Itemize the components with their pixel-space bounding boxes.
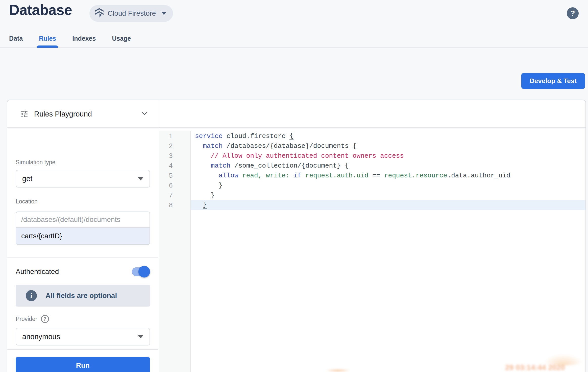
simulation-type-select[interactable]: get bbox=[16, 170, 150, 188]
run-button[interactable]: Run bbox=[16, 357, 150, 372]
gutter bbox=[159, 210, 191, 372]
code-text: service cloud.firestore { bbox=[191, 131, 585, 141]
tab-indexes[interactable]: Indexes bbox=[72, 30, 96, 47]
tab-label: Usage bbox=[112, 35, 131, 42]
code-token: read, write: bbox=[242, 172, 293, 179]
rules-playground-body: Simulation type get Location /databases/… bbox=[7, 128, 158, 372]
code-line-6[interactable]: 6 } bbox=[159, 180, 585, 190]
location-value: carts/{cartID} bbox=[21, 232, 62, 240]
tab-bar: DataRulesIndexesUsage bbox=[0, 30, 588, 48]
simulation-type-value: get bbox=[22, 175, 32, 183]
dropdown-caret-icon bbox=[138, 335, 143, 338]
tab-data[interactable]: Data bbox=[9, 30, 23, 47]
info-banner-text: All fields are optional bbox=[45, 292, 117, 300]
code-line-7[interactable]: 7 } bbox=[159, 190, 585, 200]
provider-help-icon[interactable]: ? bbox=[41, 315, 49, 323]
active-tab-indicator bbox=[37, 45, 58, 48]
page-title: Database bbox=[9, 2, 72, 18]
code-token bbox=[195, 201, 203, 209]
tune-icon bbox=[20, 110, 29, 118]
toggle-knob bbox=[138, 266, 150, 277]
question-mark-icon: ? bbox=[571, 9, 575, 17]
info-banner: i All fields are optional bbox=[16, 285, 150, 307]
line-number: 3 bbox=[159, 151, 191, 161]
tab-label: Rules bbox=[39, 35, 56, 42]
authenticated-label: Authenticated bbox=[16, 268, 59, 276]
authenticated-toggle[interactable] bbox=[132, 266, 150, 277]
develop-test-button[interactable]: Develop & Test bbox=[521, 73, 585, 89]
authenticated-row: Authenticated bbox=[16, 266, 150, 277]
code-token: cloud.firestore bbox=[223, 132, 289, 140]
provider-select[interactable]: anonymous bbox=[16, 328, 150, 345]
code-token: /some_collection/{document} { bbox=[230, 162, 349, 170]
location-label: Location bbox=[16, 198, 38, 205]
rules-playground-title: Rules Playground bbox=[34, 110, 140, 118]
code-text: allow read, write: if request.auth.uid =… bbox=[191, 171, 585, 180]
line-number: 1 bbox=[159, 131, 191, 141]
location-box: /databases/(default)/documents carts/{ca… bbox=[16, 212, 150, 245]
code-token: // Allow only authenticated content owne… bbox=[195, 152, 404, 160]
code-token: } bbox=[195, 192, 215, 199]
simulation-type-label: Simulation type bbox=[16, 159, 55, 166]
line-number: 4 bbox=[159, 161, 191, 171]
tab-label: Data bbox=[9, 35, 23, 42]
rules-playground-panel: Rules Playground Simulation type get Loc… bbox=[7, 100, 158, 372]
code-token: /databases/{database}/documents { bbox=[223, 142, 357, 150]
collapse-chevron-icon[interactable] bbox=[140, 109, 149, 119]
code-token: request.auth.uid bbox=[305, 172, 369, 179]
provider-label: Provider bbox=[16, 316, 37, 322]
code-token: { bbox=[289, 132, 293, 140]
line-number: 7 bbox=[159, 190, 191, 200]
code-token: service bbox=[195, 132, 223, 140]
code-line-2[interactable]: 2 match /databases/{database}/documents … bbox=[159, 141, 585, 151]
code-line-4[interactable]: 4 match /some_collection/{document} { bbox=[159, 161, 585, 171]
dropdown-caret-icon bbox=[138, 177, 143, 180]
code-token bbox=[195, 142, 203, 150]
line-number: 8 bbox=[159, 200, 191, 210]
line-number: 2 bbox=[159, 141, 191, 151]
code-token: match bbox=[203, 142, 223, 150]
code-line-1[interactable]: 1service cloud.firestore { bbox=[159, 131, 585, 141]
code-line-8[interactable]: 8 } bbox=[159, 200, 585, 210]
provider-value: anonymous bbox=[22, 333, 60, 341]
code-token bbox=[238, 172, 242, 179]
rules-playground-header[interactable]: Rules Playground bbox=[7, 100, 158, 128]
code-token: allow bbox=[219, 172, 238, 179]
code-text: } bbox=[191, 180, 585, 190]
code-token: .data.author_uid bbox=[447, 172, 510, 179]
chevron-down-icon bbox=[161, 12, 166, 15]
code-token bbox=[301, 172, 305, 179]
rules-code-editor[interactable]: 1service cloud.firestore {2 match /datab… bbox=[159, 128, 585, 372]
code-token: if bbox=[293, 172, 301, 179]
code-token bbox=[195, 162, 211, 170]
code-token: == bbox=[369, 172, 384, 179]
code-text: match /some_collection/{document} { bbox=[191, 161, 585, 171]
code-area[interactable] bbox=[191, 210, 585, 372]
line-number: 6 bbox=[159, 180, 191, 190]
line-number: 5 bbox=[159, 171, 191, 180]
info-icon: i bbox=[26, 290, 37, 301]
code-token: } bbox=[203, 201, 207, 209]
tab-rules[interactable]: Rules bbox=[39, 30, 56, 47]
help-button[interactable]: ? bbox=[567, 7, 579, 19]
code-text: // Allow only authenticated content owne… bbox=[191, 151, 585, 161]
code-token: match bbox=[211, 162, 230, 170]
code-token bbox=[195, 172, 219, 179]
tab-usage[interactable]: Usage bbox=[112, 30, 131, 47]
firestore-icon bbox=[95, 8, 104, 19]
product-chip-label: Cloud Firestore bbox=[108, 9, 156, 17]
code-text: } bbox=[191, 190, 585, 200]
code-token: } bbox=[195, 182, 223, 189]
rules-card: Rules Playground Simulation type get Loc… bbox=[7, 100, 586, 372]
code-text: } bbox=[191, 200, 585, 210]
location-placeholder: /databases/(default)/documents bbox=[21, 216, 120, 224]
divider bbox=[7, 349, 158, 350]
location-input[interactable]: /databases/(default)/documents bbox=[16, 212, 150, 228]
provider-row: Provider ? bbox=[16, 315, 49, 323]
tab-label: Indexes bbox=[72, 35, 96, 42]
product-selector-chip[interactable]: Cloud Firestore bbox=[89, 5, 173, 22]
code-line-5[interactable]: 5 allow read, write: if request.auth.uid… bbox=[159, 171, 585, 180]
code-text: match /databases/{database}/documents { bbox=[191, 141, 585, 151]
location-value-row[interactable]: carts/{cartID} bbox=[16, 228, 150, 244]
code-line-3[interactable]: 3 // Allow only authenticated content ow… bbox=[159, 151, 585, 161]
